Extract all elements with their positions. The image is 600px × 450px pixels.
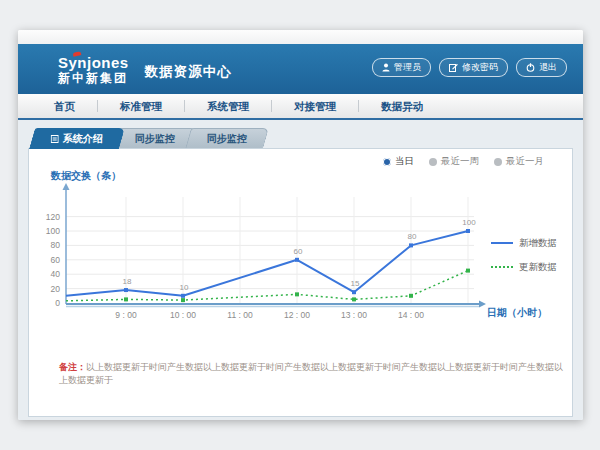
tab-label: 同步监控 (207, 132, 247, 146)
tab-system-intro[interactable]: 系统介绍 (29, 128, 125, 149)
chart-panel: 当日 最近一周 最近一月 数据交换（条） 0204060801001209 : … (28, 148, 573, 417)
header-actions: 管理员 修改密码 退出 (372, 58, 567, 77)
power-icon (526, 63, 535, 72)
main-nav: 首页 标准管理 系统管理 对接管理 数据异动 (18, 94, 583, 120)
svg-text:18: 18 (123, 277, 132, 286)
svg-text:14 : 00: 14 : 00 (398, 310, 424, 320)
svg-text:0: 0 (55, 298, 60, 308)
document-icon (51, 134, 59, 145)
tab-sync-monitor-2[interactable]: 同步监控 (185, 128, 269, 149)
admin-user-button[interactable]: 管理员 (372, 58, 431, 77)
change-password-button[interactable]: 修改密码 (439, 58, 508, 77)
app-header: Synjones 新中新集团 数据资源中心 管理员 修改密码 退出 (18, 44, 583, 94)
svg-text:9 : 00: 9 : 00 (115, 310, 137, 320)
tab-sync-monitor-1[interactable]: 同步监控 (113, 128, 197, 149)
solid-line-swatch-icon (491, 242, 513, 244)
svg-text:100: 100 (46, 226, 60, 236)
svg-text:13 : 00: 13 : 00 (341, 310, 367, 320)
legend-label: 新增数据 (519, 237, 557, 250)
dotted-line-swatch-icon (491, 266, 513, 268)
window-top-strip (18, 30, 583, 44)
edit-icon (449, 63, 458, 72)
svg-text:12 : 00: 12 : 00 (284, 310, 310, 320)
svg-text:60: 60 (294, 247, 303, 256)
svg-text:40: 40 (51, 269, 61, 279)
legend-label: 更新数据 (519, 261, 557, 274)
svg-text:20: 20 (51, 284, 61, 294)
svg-text:15: 15 (351, 279, 360, 288)
nav-item-data-changes[interactable]: 数据异动 (359, 100, 445, 112)
nav-item-system[interactable]: 系统管理 (185, 100, 272, 112)
nav-item-home[interactable]: 首页 (32, 100, 98, 112)
svg-text:80: 80 (408, 232, 417, 241)
footnote-text: 以上数据更新于时间产生数据以上数据更新于时间产生数据以上数据更新于时间产生数据以… (59, 362, 563, 385)
logout-button[interactable]: 退出 (516, 58, 567, 77)
x-axis-title: 日期（小时） (487, 306, 547, 320)
change-password-label: 修改密码 (462, 61, 498, 74)
nav-item-integration[interactable]: 对接管理 (272, 100, 359, 112)
svg-text:60: 60 (51, 255, 61, 265)
footnote-label: 备注： (59, 362, 86, 372)
series-legend: 新增数据 更新数据 (491, 231, 557, 279)
legend-item-new-data[interactable]: 新增数据 (491, 231, 557, 255)
svg-text:80: 80 (51, 240, 61, 250)
user-icon (382, 63, 390, 72)
logout-label: 退出 (539, 61, 557, 74)
tab-bar: 系统介绍 同步监控 同步监控 (32, 128, 260, 148)
footnote: 备注：以上数据更新于时间产生数据以上数据更新于时间产生数据以上数据更新于时间产生… (59, 361, 564, 386)
svg-text:120: 120 (46, 212, 60, 222)
app-window: Synjones 新中新集团 数据资源中心 管理员 修改密码 退出 (18, 30, 583, 420)
brand-logo: Synjones 新中新集团 (58, 55, 129, 84)
svg-text:10: 10 (180, 283, 189, 292)
content-area: 系统介绍 同步监控 同步监控 当日 最近一周 (18, 120, 583, 420)
svg-text:11 : 00: 11 : 00 (227, 310, 253, 320)
nav-item-standards[interactable]: 标准管理 (98, 100, 185, 112)
legend-item-update-data[interactable]: 更新数据 (491, 255, 557, 279)
svg-text:100: 100 (462, 218, 476, 227)
logo-chinese: 新中新集团 (58, 72, 129, 84)
svg-text:10 : 00: 10 : 00 (170, 310, 196, 320)
tab-label: 系统介绍 (63, 132, 103, 146)
page-title: 数据资源中心 (145, 63, 232, 81)
tab-label: 同步监控 (135, 132, 175, 146)
admin-user-label: 管理员 (394, 61, 421, 74)
logo-english: Synjones (58, 55, 129, 70)
